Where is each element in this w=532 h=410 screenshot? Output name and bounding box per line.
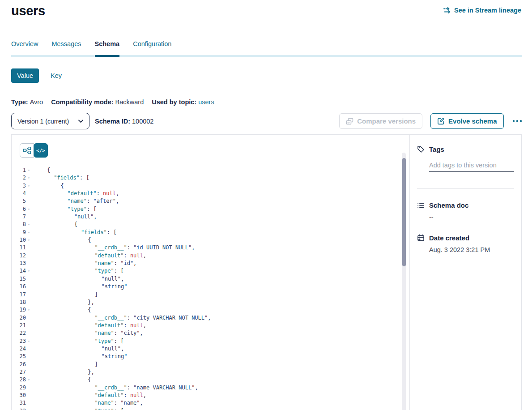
key-toggle-button[interactable]: Key [51,72,62,79]
line-number: 5 [12,197,26,205]
gutter: 25 [12,353,32,360]
code-line: 21"default": null, [12,322,409,329]
collapse-arrow-icon[interactable]: ▾ [26,229,32,236]
tab-messages[interactable]: Messages [51,40,81,47]
code-scrollbar[interactable] [402,153,406,410]
tab-configuration[interactable]: Configuration [133,40,171,47]
line-number: 8 [12,221,26,228]
gutter: 12 [12,252,32,260]
code-text: ] [32,361,98,368]
see-in-stream-lineage-link[interactable]: See in Stream lineage [443,7,521,14]
code-line: 9▾"fields": [ [12,229,409,236]
collapse-arrow-icon[interactable]: ▾ [26,174,32,182]
gutter: 18 [12,299,32,306]
evolve-schema-button[interactable]: Evolve schema [430,113,503,129]
collapse-arrow-icon[interactable]: ▾ [26,221,32,228]
line-number: 24 [12,345,26,353]
line-number: 4 [12,190,26,197]
gutter: 28▾ [12,376,32,384]
gutter: 1▾ [12,167,32,174]
code-text: "string" [32,283,127,290]
line-number: 12 [12,252,26,260]
gutter-spacer [26,252,32,260]
code-view-button[interactable]: </> [34,143,48,158]
code-line: 4"default": null, [12,190,409,197]
code-line: 13"name": "id", [12,260,409,267]
line-number: 31 [12,399,26,407]
code-text: "name": "id", [32,260,136,267]
scrollbar-thumb[interactable] [402,158,406,266]
gutter-spacer [26,260,32,267]
gutter: 30 [12,392,32,399]
versions-copy-icon [346,118,353,125]
collapse-arrow-icon[interactable]: ▾ [26,167,32,174]
collapse-arrow-icon[interactable]: ▾ [26,182,32,190]
code-line: 2▾"fields": [ [12,174,409,182]
code-text: ] [32,291,98,299]
code-line: 26] [12,361,409,368]
page-title: users [11,4,45,18]
schema-doc-title: Schema doc [429,201,468,209]
gutter-spacer [26,314,32,322]
code-text: "name": "city", [32,329,143,337]
gutter: 23▾ [12,337,32,345]
more-options-button[interactable] [512,117,523,125]
topic-link[interactable]: users [198,98,214,106]
line-number: 17 [12,291,26,299]
gutter-spacer [26,283,32,290]
code-line: 15"null", [12,275,409,283]
meta-label: Compatibility mode: [51,98,115,106]
line-number: 20 [12,314,26,322]
code-line: 23▾"type": [ [12,337,409,345]
code-text: { [32,167,50,174]
code-line: 31"name": "name", [12,399,409,407]
line-number: 23 [12,337,26,345]
collapse-arrow-icon[interactable]: ▾ [26,236,32,244]
gutter-spacer [26,213,32,221]
code-text: "string" [32,353,127,360]
code-line: 11"__crdb__": "id UUID NOT NULL", [12,244,409,252]
collapse-arrow-icon[interactable]: ▾ [26,407,32,410]
line-number: 2 [12,174,26,182]
code-text: "__crdb__": "city VARCHAR NOT NULL", [32,314,211,322]
line-number: 15 [12,275,26,283]
collapse-arrow-icon[interactable]: ▾ [26,337,32,345]
meta-item: Compatibility mode: Backward [51,98,144,106]
collapse-arrow-icon[interactable]: ▾ [26,267,32,275]
value-toggle-button[interactable]: Value [11,68,39,83]
gutter: 3▾ [12,182,32,190]
line-number: 32 [12,407,26,410]
tab-schema[interactable]: Schema [95,40,120,47]
tree-view-button[interactable] [20,143,34,158]
code-text: "null", [32,213,97,221]
tag-input[interactable] [429,161,514,172]
schema-doc-value: -- [429,214,514,221]
collapse-arrow-icon[interactable]: ▾ [26,376,32,384]
line-number: 26 [12,361,26,368]
collapse-arrow-icon[interactable]: ▾ [26,306,32,314]
gutter: 14▾ [12,267,32,275]
code-line: 22"name": "city", [12,329,409,337]
collapse-arrow-icon[interactable]: ▾ [26,205,32,213]
gutter: 8▾ [12,221,32,228]
line-number: 19 [12,306,26,314]
line-number: 16 [12,283,26,290]
code-line: 24"null", [12,345,409,353]
version-select[interactable]: Version 1 (current) [11,113,89,129]
compare-versions-button[interactable]: Compare versions [339,113,422,129]
code-text: "null", [32,275,124,283]
gutter: 2▾ [12,174,32,182]
chevron-down-icon [78,120,83,123]
date-created-title: Date created [429,234,469,242]
meta-item: Used by topic: users [152,98,214,106]
gutter-spacer [26,322,32,329]
line-number: 21 [12,322,26,329]
meta-label: Used by topic: [152,98,198,106]
value-key-toggle: Value Key [11,68,62,83]
code-line: 14▾"type": [ [12,267,409,275]
gutter-spacer [26,353,32,360]
tabs: OverviewMessagesSchemaConfiguration [11,40,522,57]
tab-overview[interactable]: Overview [11,40,38,47]
code-line: 7"null", [12,213,409,221]
gutter: 9▾ [12,229,32,236]
